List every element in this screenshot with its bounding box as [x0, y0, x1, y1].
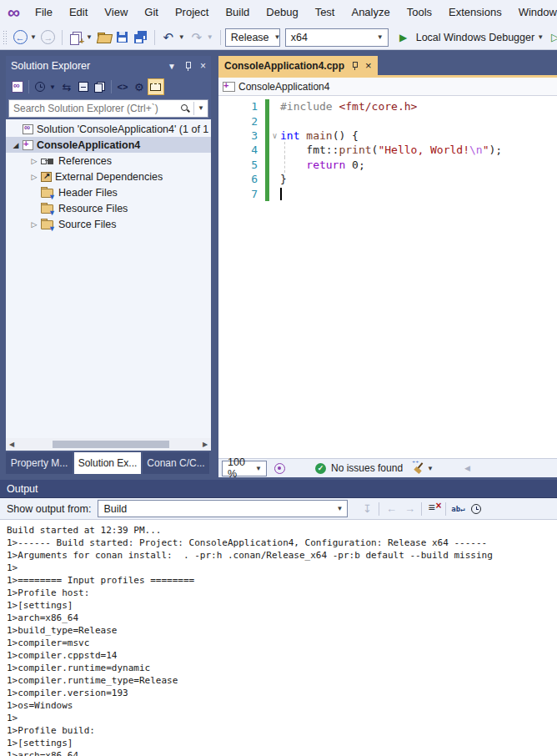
close-icon[interactable]: × [200, 60, 206, 72]
output-line: 1>Arguments for conan install: . -pr:h .… [7, 549, 557, 562]
pin-tab-icon[interactable] [351, 61, 359, 70]
close-tab-icon[interactable]: × [365, 59, 372, 72]
save-all-button[interactable] [133, 28, 149, 47]
menu-tools[interactable]: Tools [399, 0, 440, 25]
toolbar-separator [379, 502, 379, 516]
tree-item-external-dependencies[interactable]: ▷External Dependencies [6, 169, 211, 184]
solution-explorer-title-bar[interactable]: Solution Explorer ▼ × [6, 56, 211, 76]
code-line-7[interactable]: 7 [218, 186, 557, 200]
menu-test[interactable]: Test [307, 0, 344, 25]
code-editor[interactable]: 1#include <fmt/core.h>23∨int main() {4 f… [218, 96, 557, 458]
switch-views-button[interactable] [9, 78, 26, 95]
output-source-dropdown[interactable]: Build ▼ [98, 500, 348, 517]
tree-collapsed-arrow-icon[interactable]: ▷ [28, 157, 41, 165]
output-log[interactable]: Build started at 12:39 PM...1>------ Bui… [0, 520, 557, 756]
undo-button[interactable]: ↶ [160, 28, 177, 47]
tree-item-header-files[interactable]: ▼Header Files [6, 184, 211, 200]
word-wrap-toggle[interactable]: ab↵ [449, 501, 467, 517]
zoom-level-dropdown[interactable]: 100 % ▼ [222, 461, 267, 476]
sync-with-active-document-button[interactable]: ⇆ [58, 78, 75, 95]
scrollbar-thumb[interactable] [53, 441, 169, 448]
search-input[interactable] [9, 103, 180, 114]
clear-all-button[interactable] [424, 501, 443, 517]
code-line-3[interactable]: 3∨int main() { [218, 129, 557, 143]
document-tab[interactable]: ConsoleApplication4.cpp × [218, 56, 378, 75]
breadcrumb[interactable]: ConsoleApplication4 [218, 78, 557, 96]
output-title-bar[interactable]: Output [0, 480, 557, 498]
new-project-dropdown[interactable]: ▼ [86, 33, 93, 41]
menu-git[interactable]: Git [136, 0, 167, 25]
output-line: 1>compiler.cppstd=14 [7, 649, 557, 662]
code-cleanup-dropdown[interactable]: ▼ [427, 465, 434, 472]
tree-expanded-arrow-icon[interactable]: ◢ [9, 141, 23, 149]
redo-dropdown[interactable]: ▼ [207, 33, 213, 41]
scroll-left-icon[interactable]: ◀ [464, 464, 470, 472]
redo-button[interactable]: ↷ [188, 28, 205, 47]
code-cleanup-button[interactable]: ⁺⁺ [413, 461, 426, 475]
window-position-dropdown-icon[interactable]: ▼ [168, 62, 176, 71]
pin-icon[interactable] [184, 61, 193, 71]
open-file-button[interactable] [96, 28, 113, 47]
toolbar-separator [154, 30, 155, 45]
code-line-2[interactable]: 2 [218, 113, 557, 128]
menu-view[interactable]: View [96, 0, 136, 25]
document-health-icon[interactable] [274, 463, 285, 474]
tree-item-label: References [58, 155, 112, 167]
tool-tab-property-m-[interactable]: Property M... [6, 452, 73, 474]
navigate-forward-button[interactable]: → [40, 28, 57, 47]
filter-dropdown[interactable]: ▼ [49, 83, 56, 91]
properties-button[interactable]: ⚙ [131, 78, 148, 95]
debug-target-label[interactable]: Local Windows Debugger [416, 32, 534, 43]
save-button[interactable] [114, 28, 131, 47]
code-line-5[interactable]: 5 return 0; [218, 158, 557, 172]
tree-item-source-files[interactable]: ▷▼Source Files [6, 216, 211, 232]
output-line: 1>arch=x86_64 [7, 749, 557, 756]
tree-item-label: External Dependencies [55, 171, 163, 183]
solution-configuration-dropdown[interactable]: Release ▼ [225, 28, 280, 47]
tree-collapsed-arrow-icon[interactable]: ▷ [28, 220, 41, 229]
start-without-debugging-button[interactable]: ▷ [547, 28, 557, 47]
tool-tab-solution-ex-[interactable]: Solution Ex... [74, 452, 141, 474]
menu-build[interactable]: Build [217, 0, 258, 25]
code-line-6[interactable]: 6} [218, 172, 557, 186]
code-line-4[interactable]: 4 fmt::print("Hello, World!\n"); [218, 143, 557, 157]
start-debugging-button[interactable]: ▶ [395, 28, 412, 47]
new-project-button[interactable]: + [68, 28, 84, 47]
search-options-dropdown[interactable]: ▼ [193, 102, 208, 115]
menu-project[interactable]: Project [167, 0, 217, 25]
scrollbar-track[interactable] [18, 440, 199, 449]
tree-item-references[interactable]: ▷References [6, 153, 211, 169]
timestamp-toggle[interactable] [467, 501, 485, 517]
debug-target-dropdown[interactable]: ▼ [537, 33, 544, 41]
preview-selected-items-toggle[interactable] [148, 78, 164, 95]
menu-extensions[interactable]: Extensions [440, 0, 510, 25]
tree-collapsed-arrow-icon[interactable]: ▷ [28, 173, 41, 181]
pending-changes-filter-button[interactable] [32, 78, 48, 95]
horizontal-scrollbar[interactable]: ◀ ▶ [6, 438, 211, 451]
tree-item-solution-consoleapplication4-1[interactable]: Solution 'ConsoleApplication4' (1 of 1 p… [6, 121, 211, 137]
navigate-back-button[interactable]: ← [12, 28, 28, 47]
navigate-back-dropdown[interactable]: ▼ [30, 33, 37, 41]
menu-file[interactable]: File [27, 0, 61, 25]
code-line-1[interactable]: 1#include <fmt/core.h> [218, 99, 557, 113]
menu-edit[interactable]: Edit [61, 0, 96, 25]
tree-item-consoleapplication4[interactable]: ◢ConsoleApplication4 [6, 137, 211, 153]
issues-status-text[interactable]: No issues found [331, 462, 403, 474]
menu-debug[interactable]: Debug [258, 0, 306, 25]
show-all-files-button[interactable] [92, 78, 108, 95]
tree-item-label: Source Files [58, 219, 116, 230]
menu-analyze[interactable]: Analyze [343, 0, 398, 25]
save-icon [117, 32, 128, 43]
scroll-right-icon[interactable]: ▶ [199, 441, 211, 448]
view-code-button[interactable]: <> [114, 78, 131, 95]
solution-platform-dropdown[interactable]: x64 ▼ [285, 28, 389, 47]
standard-toolbar: ← ▼ → + ▼ ↶ ▼ ↷ ▼ Release ▼ x64 ▼ ▶ Loca… [0, 25, 557, 50]
tree-item-resource-files[interactable]: ▼Resource Files [6, 200, 211, 216]
fold-collapse-icon[interactable]: ∨ [269, 131, 280, 140]
scroll-left-icon[interactable]: ◀ [6, 441, 18, 448]
tool-tab-conan-c-c-[interactable]: Conan C/C... [143, 452, 209, 474]
menu-window[interactable]: Window [510, 0, 557, 25]
collapse-all-button[interactable] [75, 78, 92, 95]
undo-dropdown[interactable]: ▼ [178, 33, 185, 41]
toolbar-grip[interactable] [3, 30, 8, 45]
